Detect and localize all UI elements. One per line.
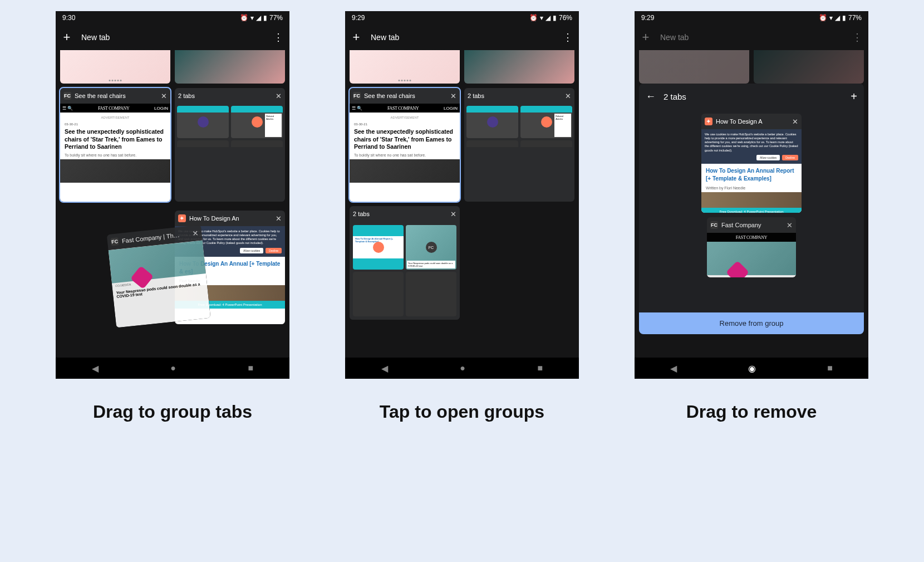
favicon-fastcompany: FC: [710, 221, 718, 229]
alarm-icon: ⏰: [529, 14, 538, 22]
close-icon[interactable]: ✕: [192, 229, 199, 238]
group-sheet: ← 2 tabs + ✦ How To Design A ✕ We use c: [639, 84, 864, 334]
article-headline: See the unexpectedly sophisticated chair…: [350, 126, 460, 153]
caption: Drag to group tabs: [93, 401, 252, 422]
status-bar: 9:29 ⏰ ▾ ◢ ▮ 77%: [635, 11, 868, 25]
close-icon[interactable]: ✕: [161, 92, 167, 100]
favicon-hubspot: ✦: [178, 214, 186, 222]
close-icon[interactable]: ✕: [565, 92, 571, 100]
mini-tab: Related Articles: [520, 106, 572, 138]
status-battery: 77%: [848, 14, 862, 22]
tab-group-card[interactable]: 2 tabs ✕ Related Article: [175, 88, 285, 202]
plus-icon[interactable]: +: [60, 31, 73, 44]
nav-recents-icon[interactable]: ■: [827, 363, 833, 373]
nav-back-icon[interactable]: ◀: [381, 363, 388, 374]
plus-icon[interactable]: +: [350, 31, 363, 44]
mini-tab-empty: [520, 140, 572, 147]
partial-tab-top-left[interactable]: [60, 50, 170, 84]
signal-icon: ◢: [835, 14, 840, 22]
tab-title: Fast Company: [721, 222, 783, 228]
overflow-menu-icon: ⋮: [851, 31, 864, 44]
caption: Tap to open groups: [380, 401, 544, 422]
partial-tab-top-left: [639, 50, 749, 84]
tab-card-fastcompany[interactable]: FC See the real chairs ✕ ☰ 🔍FAST COMPANY…: [350, 88, 460, 202]
mini-tab: [177, 106, 229, 138]
tab-switcher-toolbar: + New tab ⋮: [635, 25, 868, 50]
close-icon[interactable]: ✕: [276, 92, 282, 100]
new-tab-label[interactable]: New tab: [81, 33, 110, 42]
nav-bar: ◀ ● ■: [345, 358, 579, 379]
dragging-tab[interactable]: FC Fast Company | Th… ✕ CO.DESIGN Your N…: [107, 225, 211, 328]
nav-recents-icon[interactable]: ■: [248, 363, 254, 373]
overflow-menu-icon[interactable]: ⋮: [561, 31, 574, 44]
phone-drag-to-group: 9:30 ⏰ ▾ ◢ ▮ 77% + New tab ⋮: [56, 11, 289, 379]
group-title: 2 tabs: [353, 211, 447, 217]
status-time: 9:29: [641, 14, 654, 22]
new-tab-label: New tab: [660, 33, 689, 42]
nav-recents-icon[interactable]: ■: [538, 363, 543, 373]
tab-group-card[interactable]: 2 tabs ✕ Related Articles: [464, 88, 574, 202]
favicon-fastcompany: FC: [353, 92, 361, 100]
close-icon[interactable]: ✕: [276, 214, 282, 223]
status-battery: 76%: [559, 14, 572, 22]
tab-switcher-toolbar: + New tab ⋮: [56, 25, 289, 50]
signal-icon: ◢: [256, 14, 261, 22]
partial-tab-top-right[interactable]: [175, 50, 285, 84]
nav-bar: ◀ ◉ ■: [635, 358, 868, 379]
group-title: 2 tabs: [468, 92, 562, 99]
phone-tap-to-open: 9:29 ⏰ ▾ ◢ ▮ 76% + New tab ⋮: [345, 11, 579, 379]
mini-tab: Related Articles: [231, 106, 283, 138]
nav-bar: ◀ ● ■: [56, 358, 289, 379]
close-icon[interactable]: ✕: [787, 221, 793, 229]
tab-title: See the real chairs: [75, 92, 158, 99]
remove-from-group-dropzone[interactable]: Remove from group: [639, 312, 864, 334]
dragging-tab[interactable]: FC Fast Company ✕ FAST COMPANY: [707, 217, 796, 277]
tab-switcher-toolbar: + New tab ⋮: [345, 25, 579, 50]
favicon-fastcompany: FC: [110, 237, 119, 246]
tab-title: See the real chairs: [364, 92, 447, 99]
favicon-fastcompany: FC: [63, 92, 71, 100]
battery-icon: ▮: [263, 14, 267, 22]
nav-home-icon[interactable]: ●: [460, 363, 465, 373]
close-icon[interactable]: ✕: [792, 118, 798, 126]
overflow-menu-icon[interactable]: ⋮: [272, 31, 285, 44]
status-bar: 9:29 ⏰ ▾ ◢ ▮ 76%: [345, 11, 579, 25]
tab-card-fastcompany[interactable]: FC See the real chairs ✕ ☰ 🔍FAST COMPANY…: [60, 88, 170, 202]
nav-back-icon[interactable]: ◀: [670, 363, 677, 374]
mini-tab-empty: [177, 140, 229, 147]
article-headline: See the unexpectedly sophisticated chair…: [60, 126, 170, 153]
mini-tab: [466, 106, 518, 138]
alarm-icon: ⏰: [819, 14, 827, 22]
plus-icon: +: [639, 31, 652, 44]
tab-title: How To Design A: [716, 118, 789, 125]
close-icon[interactable]: ✕: [450, 92, 456, 100]
status-time: 9:29: [352, 14, 365, 22]
mini-tab: FC Your Nespresso pods could soon double…: [406, 225, 456, 270]
favicon-hubspot: ✦: [705, 118, 712, 125]
wifi-icon: ▾: [250, 14, 254, 22]
tab-card-hubspot[interactable]: ✦ How To Design A ✕ We use cookies to ma…: [701, 114, 802, 213]
mini-tab: How To Design An Annual Report [+ Templa…: [353, 225, 404, 270]
partial-tab-top-right: [754, 50, 864, 84]
group-title: 2 tabs: [178, 92, 272, 99]
nav-home-icon[interactable]: ◉: [748, 363, 756, 374]
sheet-title: 2 tabs: [663, 92, 851, 101]
new-tab-label[interactable]: New tab: [371, 33, 399, 42]
close-icon[interactable]: ✕: [450, 210, 456, 218]
back-icon[interactable]: ←: [646, 91, 656, 102]
nav-home-icon[interactable]: ●: [170, 363, 176, 373]
mini-tab-empty: [466, 140, 518, 147]
status-battery: 77%: [269, 14, 283, 22]
partial-tab-top-right[interactable]: [464, 50, 574, 84]
partial-tab-top-left[interactable]: [350, 50, 460, 84]
tab-title: How To Design An: [189, 215, 272, 222]
alarm-icon: ⏰: [240, 14, 248, 22]
status-bar: 9:30 ⏰ ▾ ◢ ▮ 77%: [56, 11, 289, 25]
tab-group-card[interactable]: 2 tabs ✕ How To Design An Annual Report …: [350, 206, 460, 320]
caption: Drag to remove: [686, 401, 817, 422]
phone-drag-to-remove: 9:29 ⏰ ▾ ◢ ▮ 77% + New tab ⋮: [635, 11, 868, 379]
plus-icon[interactable]: +: [851, 90, 857, 103]
mini-tab-empty: [231, 140, 283, 147]
article-headline: How To Design An Annual Report [+ Templa…: [701, 164, 802, 186]
nav-back-icon[interactable]: ◀: [92, 363, 99, 374]
